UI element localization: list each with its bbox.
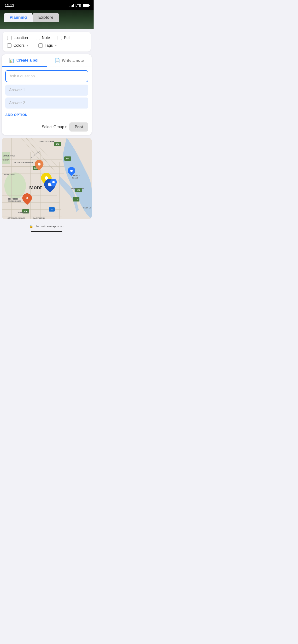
home-indicator <box>31 231 62 232</box>
poll-checkbox[interactable] <box>58 36 62 40</box>
battery-icon <box>83 4 89 7</box>
svg-text:AME-DE-GRÂCE: AME-DE-GRÂCE <box>8 200 21 202</box>
header-area: Planning Explore <box>0 10 94 29</box>
poll-footer: Select Group ▾ Post <box>2 122 92 135</box>
filter-row-1: Location Note Poll <box>7 36 86 40</box>
svg-point-54 <box>45 176 48 180</box>
colors-chevron-icon: ▾ <box>27 44 28 47</box>
poll-body: ADD OPTION <box>2 67 92 122</box>
filter-note[interactable]: Note <box>36 36 50 40</box>
note-checkbox[interactable] <box>36 36 40 40</box>
filter-card: Location Note Poll Colors ▾ Tags ▾ <box>3 32 91 52</box>
svg-text:10: 10 <box>51 208 53 210</box>
svg-text:8: 8 <box>26 197 28 200</box>
create-poll-label: Create a poll <box>16 58 39 62</box>
svg-text:138: 138 <box>56 143 59 146</box>
svg-point-56 <box>52 181 55 183</box>
map-container[interactable]: 138 134 335 132 112 136 10 HOCHELAGA LIT… <box>2 138 92 219</box>
select-group-label: Select Group <box>42 125 64 129</box>
action-tabs: 📊 Create a poll 📄 Write a note <box>2 54 92 67</box>
tab-create-poll[interactable]: 📊 Create a poll <box>2 54 47 67</box>
add-option-button[interactable]: ADD OPTION <box>5 112 28 118</box>
location-checkbox[interactable] <box>7 36 12 40</box>
svg-text:Island: Island <box>72 177 78 179</box>
note-icon: 📄 <box>55 58 60 63</box>
post-button[interactable]: Post <box>69 122 88 132</box>
svg-text:OUTREMONT: OUTREMONT <box>4 173 17 176</box>
colors-label: Colors <box>14 43 25 48</box>
time: 12:13 <box>5 3 14 8</box>
lock-icon: 🔒 <box>29 224 33 228</box>
map-svg: 138 134 335 132 112 136 10 HOCHELAGA LIT… <box>2 138 92 219</box>
filter-tags[interactable]: Tags ▾ <box>38 43 57 48</box>
select-group-button[interactable]: Select Group ▾ <box>42 125 66 129</box>
svg-text:LITTLE ITALY: LITTLE ITALY <box>3 155 15 157</box>
svg-text:SAINT-HENRI: SAINT-HENRI <box>33 217 45 219</box>
colors-checkbox[interactable] <box>7 43 12 48</box>
url-label: plan.mitravelapp.com <box>35 224 64 228</box>
filter-location[interactable]: Location <box>7 36 28 40</box>
status-bar: 12:13 LTE <box>0 0 94 10</box>
main-tabs: Planning Explore <box>0 10 94 22</box>
poll-icon: 📊 <box>9 58 14 63</box>
svg-point-53 <box>70 170 73 172</box>
svg-text:Île Notre-Dame: Île Notre-Dame <box>71 188 84 190</box>
answer1-input[interactable] <box>5 84 88 96</box>
svg-text:Westmount: Westmount <box>18 212 29 214</box>
question-input[interactable] <box>5 70 88 82</box>
svg-text:134: 134 <box>66 158 69 160</box>
svg-text:Mont: Mont <box>29 184 42 190</box>
filter-row-2: Colors ▾ Tags ▾ <box>7 43 86 48</box>
svg-point-1 <box>4 172 26 199</box>
svg-text:DES-NEIGES—: DES-NEIGES— <box>8 198 20 200</box>
svg-text:LE PLATEAU-MONT-ROYAL: LE PLATEAU-MONT-ROYAL <box>14 161 38 164</box>
svg-text:112: 112 <box>74 198 78 200</box>
tab-planning[interactable]: Planning <box>4 13 33 22</box>
tab-write-note[interactable]: 📄 Write a note <box>47 54 92 66</box>
bottom-bar: 🔒 plan.mitravelapp.com <box>0 222 94 229</box>
write-note-label: Write a note <box>62 58 84 63</box>
tab-explore[interactable]: Explore <box>33 13 59 22</box>
answer2-input[interactable] <box>5 98 88 108</box>
svg-rect-2 <box>2 152 10 164</box>
network-label: LTE <box>75 4 81 8</box>
svg-text:Saint-La: Saint-La <box>83 207 91 209</box>
tags-label: Tags <box>45 43 53 48</box>
tags-checkbox[interactable] <box>38 43 43 48</box>
svg-text:CÔTE-DES-NEIGES: CÔTE-DES-NEIGES <box>8 217 26 219</box>
filter-poll[interactable]: Poll <box>58 36 70 40</box>
action-card: 📊 Create a poll 📄 Write a note ADD OPTIO… <box>2 54 92 135</box>
signal-icon <box>70 4 74 7</box>
tags-chevron-icon: ▾ <box>55 44 57 47</box>
select-group-chevron-icon: ▾ <box>65 125 66 129</box>
location-label: Location <box>14 36 28 40</box>
filter-colors[interactable]: Colors ▾ <box>7 43 28 48</box>
svg-text:XTENSION: XTENSION <box>2 159 9 161</box>
note-label: Note <box>42 36 50 40</box>
svg-point-52 <box>38 163 41 166</box>
svg-text:HOCHELAGA: HOCHELAGA <box>40 140 55 142</box>
status-right: LTE <box>70 4 89 8</box>
poll-label: Poll <box>64 36 70 40</box>
